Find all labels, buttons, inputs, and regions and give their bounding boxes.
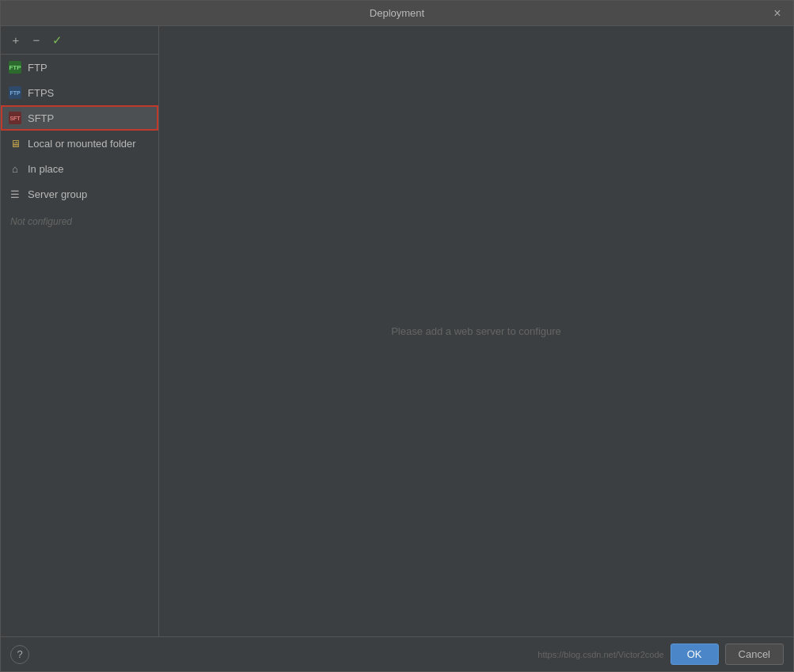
remove-server-button[interactable]: − — [28, 32, 45, 49]
sidebar: + − ✓ FTP FTP FTP FTPS SFT SFTP — [1, 26, 159, 636]
main-content: Please add a web server to configure — [159, 26, 793, 636]
folder-icon: 🖥 — [9, 137, 21, 150]
footer-right: https://blog.csdn.net/Victor2code OK Can… — [538, 644, 784, 665]
menu-item-ftp-label: FTP — [28, 62, 47, 74]
sftp-icon: SFT — [9, 112, 21, 124]
menu-item-ftps[interactable]: FTP FTPS — [1, 80, 158, 105]
confirm-button[interactable]: ✓ — [48, 32, 66, 49]
cancel-button[interactable]: Cancel — [725, 644, 784, 665]
not-configured-section: Not configured — [1, 207, 158, 237]
menu-item-server-group[interactable]: ☰ Server group — [1, 181, 158, 207]
menu-item-local-folder[interactable]: 🖥 Local or mounted folder — [1, 131, 158, 156]
not-configured-label: Not configured — [10, 216, 72, 227]
sidebar-toolbar: + − ✓ — [1, 26, 158, 55]
dialog-body: + − ✓ FTP FTP FTP FTPS SFT SFTP — [1, 26, 793, 636]
dialog-footer: ? https://blog.csdn.net/Victor2code OK C… — [1, 636, 793, 671]
add-server-button[interactable]: + — [7, 32, 25, 49]
ftp-icon: FTP — [9, 61, 21, 74]
menu-item-local-folder-label: Local or mounted folder — [28, 138, 136, 150]
menu-item-sftp[interactable]: SFT SFTP — [1, 105, 158, 131]
help-button[interactable]: ? — [10, 645, 29, 664]
close-button[interactable]: × — [769, 6, 785, 21]
server-group-icon: ☰ — [9, 188, 21, 200]
title-bar: Deployment × — [1, 1, 793, 26]
footer-link: https://blog.csdn.net/Victor2code — [538, 650, 663, 659]
menu-item-sftp-label: SFTP — [28, 112, 54, 124]
menu-item-in-place[interactable]: ⌂ In place — [1, 156, 158, 181]
menu-item-server-group-label: Server group — [28, 188, 87, 200]
deployment-dialog: Deployment × + − ✓ FTP FTP FTP FTPS — [0, 0, 794, 672]
footer-left: ? — [10, 645, 29, 664]
home-icon: ⌂ — [9, 162, 21, 175]
menu-item-in-place-label: In place — [28, 163, 64, 175]
ftps-icon: FTP — [9, 86, 21, 99]
menu-item-ftps-label: FTPS — [28, 87, 54, 99]
ok-button[interactable]: OK — [671, 644, 719, 665]
placeholder-text: Please add a web server to configure — [391, 325, 561, 337]
menu-item-ftp[interactable]: FTP FTP — [1, 55, 158, 80]
dialog-title: Deployment — [370, 7, 424, 19]
server-type-list: FTP FTP FTP FTPS SFT SFTP 🖥 Local or mou… — [1, 55, 158, 207]
